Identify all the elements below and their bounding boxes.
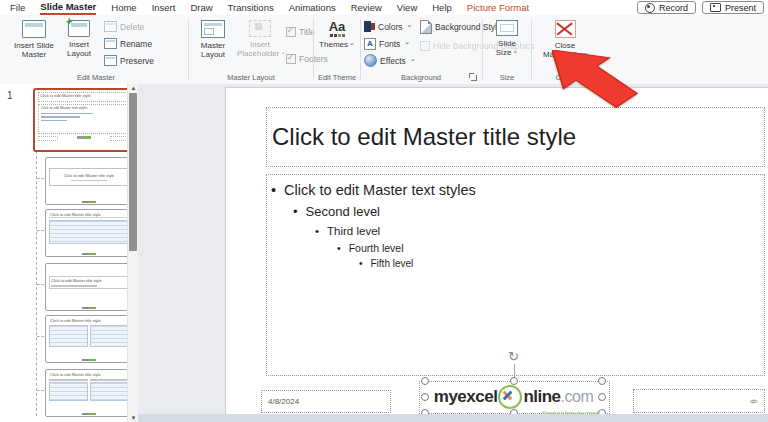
master-layout-icon bbox=[201, 20, 225, 38]
menu-right-actions: Record Present bbox=[637, 1, 768, 14]
powerpoint-window: File Slide Master Home Insert Draw Trans… bbox=[0, 0, 768, 422]
group-label-edit-master: Edit Master bbox=[6, 73, 186, 82]
logo-selection[interactable]: ↻ myexcel nline .com Stand out from the … bbox=[425, 381, 602, 413]
title-checkbox-icon bbox=[286, 27, 296, 37]
slide-editing-area: Click to edit Master title style Click t… bbox=[225, 87, 768, 416]
red-arrow-annotation bbox=[552, 50, 638, 108]
menu-draw[interactable]: Draw bbox=[190, 2, 212, 13]
resize-handle-nw[interactable] bbox=[421, 377, 429, 385]
thumbnail-master[interactable]: Click to edit Master title style Click t… bbox=[33, 88, 135, 152]
logo-x-icon bbox=[498, 385, 522, 409]
group-background: Colors A Fonts Effects Background Styles bbox=[362, 15, 480, 84]
fonts-icon: A bbox=[364, 38, 376, 50]
insert-placeholder-icon bbox=[249, 20, 271, 37]
bullet-level-5: Fifth level bbox=[267, 258, 764, 269]
present-label: Present bbox=[725, 3, 756, 13]
fonts-button[interactable]: A Fonts bbox=[364, 36, 416, 51]
footers-checkbox-icon bbox=[286, 54, 296, 64]
delete-icon bbox=[104, 21, 117, 32]
rotation-handle-icon[interactable]: ↻ bbox=[508, 350, 519, 363]
thumbnail-layout-title-slide[interactable]: Click to edit Master title style bbox=[45, 157, 133, 205]
group-size: Slide Size Size bbox=[484, 15, 530, 84]
colors-icon bbox=[364, 21, 375, 32]
menu-picture-format[interactable]: Picture Format bbox=[467, 2, 529, 13]
hide-background-graphics-checkbox-icon bbox=[420, 41, 430, 51]
ribbon-divider bbox=[482, 19, 483, 80]
menu-animations[interactable]: Animations bbox=[289, 2, 336, 13]
menu-slide-master[interactable]: Slide Master bbox=[40, 1, 96, 15]
close-master-view-icon bbox=[555, 20, 576, 38]
body-placeholder[interactable]: Click to edit Master text styles Second … bbox=[266, 174, 765, 376]
themes-icon: Aa bbox=[329, 20, 346, 37]
menu-home[interactable]: Home bbox=[111, 2, 136, 13]
insert-layout-button[interactable]: Insert Layout bbox=[60, 18, 98, 72]
preserve-icon bbox=[104, 55, 117, 66]
group-label-master-layout: Master Layout bbox=[190, 73, 312, 82]
group-label-background: Background bbox=[362, 73, 480, 82]
resize-handle-n[interactable] bbox=[510, 377, 518, 385]
group-label-size: Size bbox=[484, 73, 530, 82]
slide-canvas: Click to edit Master title style Click t… bbox=[138, 84, 768, 422]
rename-icon bbox=[104, 38, 117, 49]
layout-tree-connector bbox=[36, 146, 37, 416]
menu-insert[interactable]: Insert bbox=[152, 2, 176, 13]
insert-layout-icon bbox=[68, 20, 90, 37]
menu-items: File Slide Master Home Insert Draw Trans… bbox=[0, 1, 529, 15]
bullet-level-3: Third level bbox=[267, 225, 764, 237]
menu-transitions[interactable]: Transitions bbox=[228, 2, 274, 13]
scrollbar-thumb[interactable] bbox=[129, 93, 137, 251]
insert-slide-master-button[interactable]: Insert Slide Master bbox=[10, 18, 58, 72]
resize-handle-ne[interactable] bbox=[598, 377, 606, 385]
insert-placeholder-button: Insert Placeholder bbox=[236, 18, 284, 72]
slide-size-icon bbox=[496, 20, 518, 36]
resize-handle-w[interactable] bbox=[421, 393, 429, 401]
resize-handle-e[interactable] bbox=[598, 393, 606, 401]
bullet-level-1: Click to edit Master text styles bbox=[267, 182, 764, 198]
colors-button[interactable]: Colors bbox=[364, 19, 416, 34]
menu-view[interactable]: View bbox=[397, 2, 417, 13]
thumbnail-layout-comparison[interactable]: Click to edit Master title style bbox=[45, 369, 133, 417]
bullet-level-4: Fourth level bbox=[267, 242, 764, 254]
record-button[interactable]: Record bbox=[637, 1, 696, 14]
ribbon-divider bbox=[313, 19, 314, 80]
background-styles-icon bbox=[420, 20, 432, 34]
slide-size-button[interactable]: Slide Size bbox=[489, 18, 525, 72]
present-icon bbox=[710, 3, 721, 12]
rename-button[interactable]: Rename bbox=[104, 36, 154, 51]
ribbon-divider bbox=[360, 19, 361, 80]
record-label: Record bbox=[659, 3, 688, 13]
thumbnail-layout-section-header[interactable]: Click to edit Master title style bbox=[45, 263, 133, 311]
menu-file[interactable]: File bbox=[10, 2, 25, 13]
group-label-edit-theme: Edit Theme bbox=[315, 73, 359, 82]
present-button[interactable]: Present bbox=[702, 1, 764, 14]
group-master-layout: Master Layout Insert Placeholder Title F… bbox=[190, 15, 312, 84]
thumbnail-layout-two-content[interactable]: Click to edit Master title style bbox=[45, 315, 133, 363]
slide-index-number: 1 bbox=[7, 90, 13, 101]
date-placeholder[interactable]: 4/8/2024 bbox=[261, 390, 391, 413]
insert-slide-master-icon bbox=[22, 20, 46, 38]
menu-help[interactable]: Help bbox=[432, 2, 452, 13]
menu-bar: File Slide Master Home Insert Draw Trans… bbox=[0, 0, 768, 15]
themes-button[interactable]: Aa Themes bbox=[319, 18, 355, 72]
delete-button: Delete bbox=[104, 19, 154, 34]
group-edit-master: Insert Slide Master Insert Layout Delete… bbox=[6, 15, 186, 84]
slide-thumbnail-panel: 1 Click to edit Master title style Click… bbox=[0, 84, 138, 422]
effects-icon bbox=[364, 54, 377, 67]
ribbon-divider bbox=[188, 19, 189, 80]
group-edit-theme: Aa Themes Edit Theme bbox=[315, 15, 359, 84]
slide-number-placeholder[interactable]: ‹#› bbox=[633, 389, 765, 413]
bottom-strip bbox=[138, 414, 768, 422]
effects-button[interactable]: Effects bbox=[364, 53, 416, 68]
bullet-level-2: Second level bbox=[267, 204, 764, 219]
menu-review[interactable]: Review bbox=[351, 2, 382, 13]
ribbon-divider bbox=[531, 19, 532, 80]
thumbnail-layout-title-content[interactable]: Click to edit Master title style bbox=[45, 209, 133, 257]
ribbon: Insert Slide Master Insert Layout Delete… bbox=[0, 15, 768, 85]
record-icon bbox=[645, 3, 655, 13]
master-layout-button[interactable]: Master Layout bbox=[192, 18, 234, 72]
title-placeholder[interactable]: Click to edit Master title style bbox=[266, 107, 765, 167]
preserve-button[interactable]: Preserve bbox=[104, 53, 154, 68]
